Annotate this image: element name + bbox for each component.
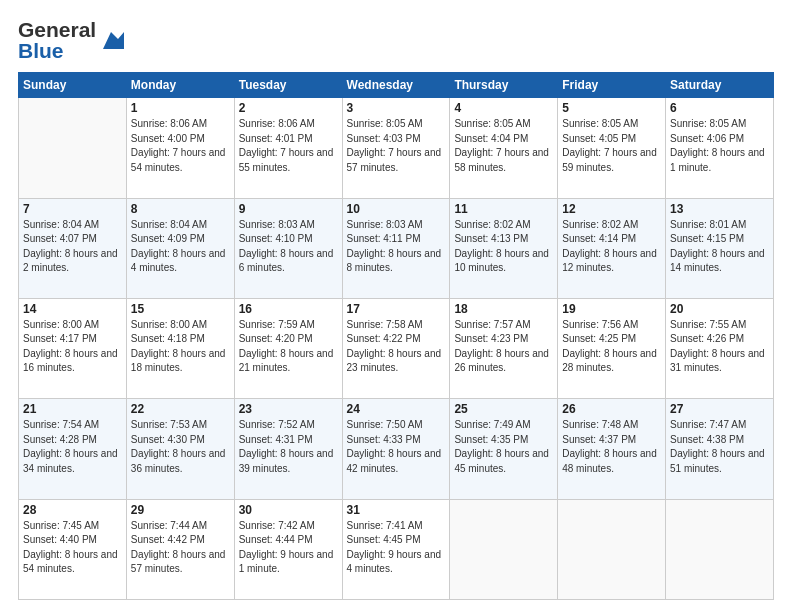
- sunset-text: Sunset: 4:40 PM: [23, 534, 97, 545]
- sunrise-text: Sunrise: 7:49 AM: [454, 419, 530, 430]
- week-row-1: 1Sunrise: 8:06 AMSunset: 4:00 PMDaylight…: [19, 98, 774, 198]
- sunset-text: Sunset: 4:15 PM: [670, 233, 744, 244]
- day-number: 10: [347, 202, 446, 216]
- daylight-line2: 54 minutes.: [131, 162, 183, 173]
- sunset-text: Sunset: 4:26 PM: [670, 333, 744, 344]
- day-number: 6: [670, 101, 769, 115]
- sunset-text: Sunset: 4:01 PM: [239, 133, 313, 144]
- sunrise-text: Sunrise: 8:05 AM: [347, 118, 423, 129]
- logo-general: General: [18, 18, 96, 41]
- day-number: 28: [23, 503, 122, 517]
- day-number: 15: [131, 302, 230, 316]
- daylight-line2: 57 minutes.: [347, 162, 399, 173]
- day-info: Sunrise: 7:50 AMSunset: 4:33 PMDaylight:…: [347, 418, 446, 476]
- day-number: 26: [562, 402, 661, 416]
- day-number: 11: [454, 202, 553, 216]
- day-info: Sunrise: 7:56 AMSunset: 4:25 PMDaylight:…: [562, 318, 661, 376]
- day-number: 12: [562, 202, 661, 216]
- daylight-line2: 14 minutes.: [670, 262, 722, 273]
- daylight-line2: 34 minutes.: [23, 463, 75, 474]
- daylight-line1: Daylight: 8 hours and: [454, 248, 549, 259]
- sunset-text: Sunset: 4:05 PM: [562, 133, 636, 144]
- weekday-header-thursday: Thursday: [450, 73, 558, 98]
- sunrise-text: Sunrise: 7:47 AM: [670, 419, 746, 430]
- weekday-header-friday: Friday: [558, 73, 666, 98]
- day-info: Sunrise: 7:55 AMSunset: 4:26 PMDaylight:…: [670, 318, 769, 376]
- daylight-line1: Daylight: 8 hours and: [670, 248, 765, 259]
- day-info: Sunrise: 7:45 AMSunset: 4:40 PMDaylight:…: [23, 519, 122, 577]
- daylight-line1: Daylight: 8 hours and: [454, 348, 549, 359]
- daylight-line1: Daylight: 8 hours and: [454, 448, 549, 459]
- sunrise-text: Sunrise: 7:48 AM: [562, 419, 638, 430]
- calendar-cell: 26Sunrise: 7:48 AMSunset: 4:37 PMDayligh…: [558, 399, 666, 499]
- daylight-line2: 57 minutes.: [131, 563, 183, 574]
- calendar-cell: 1Sunrise: 8:06 AMSunset: 4:00 PMDaylight…: [126, 98, 234, 198]
- sunrise-text: Sunrise: 7:56 AM: [562, 319, 638, 330]
- sunset-text: Sunset: 4:35 PM: [454, 434, 528, 445]
- calendar-cell: 8Sunrise: 8:04 AMSunset: 4:09 PMDaylight…: [126, 198, 234, 298]
- sunrise-text: Sunrise: 7:54 AM: [23, 419, 99, 430]
- sunset-text: Sunset: 4:42 PM: [131, 534, 205, 545]
- calendar-cell: 10Sunrise: 8:03 AMSunset: 4:11 PMDayligh…: [342, 198, 450, 298]
- daylight-line2: 59 minutes.: [562, 162, 614, 173]
- daylight-line2: 10 minutes.: [454, 262, 506, 273]
- sunrise-text: Sunrise: 8:03 AM: [239, 219, 315, 230]
- calendar-cell: 15Sunrise: 8:00 AMSunset: 4:18 PMDayligh…: [126, 298, 234, 398]
- daylight-line1: Daylight: 9 hours and: [239, 549, 334, 560]
- day-info: Sunrise: 7:53 AMSunset: 4:30 PMDaylight:…: [131, 418, 230, 476]
- day-info: Sunrise: 7:41 AMSunset: 4:45 PMDaylight:…: [347, 519, 446, 577]
- weekday-header-wednesday: Wednesday: [342, 73, 450, 98]
- sunrise-text: Sunrise: 7:45 AM: [23, 520, 99, 531]
- daylight-line1: Daylight: 7 hours and: [562, 147, 657, 158]
- day-number: 5: [562, 101, 661, 115]
- calendar-cell: [450, 499, 558, 599]
- weekday-header-saturday: Saturday: [666, 73, 774, 98]
- daylight-line2: 51 minutes.: [670, 463, 722, 474]
- calendar-cell: 30Sunrise: 7:42 AMSunset: 4:44 PMDayligh…: [234, 499, 342, 599]
- day-info: Sunrise: 7:42 AMSunset: 4:44 PMDaylight:…: [239, 519, 338, 577]
- day-number: 25: [454, 402, 553, 416]
- sunset-text: Sunset: 4:31 PM: [239, 434, 313, 445]
- day-info: Sunrise: 8:03 AMSunset: 4:11 PMDaylight:…: [347, 218, 446, 276]
- calendar-cell: 4Sunrise: 8:05 AMSunset: 4:04 PMDaylight…: [450, 98, 558, 198]
- day-info: Sunrise: 7:48 AMSunset: 4:37 PMDaylight:…: [562, 418, 661, 476]
- day-info: Sunrise: 7:54 AMSunset: 4:28 PMDaylight:…: [23, 418, 122, 476]
- daylight-line1: Daylight: 8 hours and: [23, 549, 118, 560]
- calendar-cell: 23Sunrise: 7:52 AMSunset: 4:31 PMDayligh…: [234, 399, 342, 499]
- calendar-cell: 29Sunrise: 7:44 AMSunset: 4:42 PMDayligh…: [126, 499, 234, 599]
- day-number: 29: [131, 503, 230, 517]
- day-number: 21: [23, 402, 122, 416]
- sunrise-text: Sunrise: 8:02 AM: [562, 219, 638, 230]
- calendar-cell: 6Sunrise: 8:05 AMSunset: 4:06 PMDaylight…: [666, 98, 774, 198]
- daylight-line2: 58 minutes.: [454, 162, 506, 173]
- sunrise-text: Sunrise: 8:00 AM: [23, 319, 99, 330]
- daylight-line1: Daylight: 8 hours and: [347, 248, 442, 259]
- day-info: Sunrise: 8:01 AMSunset: 4:15 PMDaylight:…: [670, 218, 769, 276]
- sunrise-text: Sunrise: 7:59 AM: [239, 319, 315, 330]
- sunrise-text: Sunrise: 8:05 AM: [454, 118, 530, 129]
- calendar-cell: 7Sunrise: 8:04 AMSunset: 4:07 PMDaylight…: [19, 198, 127, 298]
- day-number: 30: [239, 503, 338, 517]
- daylight-line1: Daylight: 8 hours and: [131, 348, 226, 359]
- daylight-line1: Daylight: 8 hours and: [239, 348, 334, 359]
- daylight-line1: Daylight: 8 hours and: [239, 448, 334, 459]
- daylight-line2: 28 minutes.: [562, 362, 614, 373]
- calendar-cell: 28Sunrise: 7:45 AMSunset: 4:40 PMDayligh…: [19, 499, 127, 599]
- daylight-line1: Daylight: 8 hours and: [239, 248, 334, 259]
- calendar-cell: 24Sunrise: 7:50 AMSunset: 4:33 PMDayligh…: [342, 399, 450, 499]
- week-row-2: 7Sunrise: 8:04 AMSunset: 4:07 PMDaylight…: [19, 198, 774, 298]
- day-info: Sunrise: 7:47 AMSunset: 4:38 PMDaylight:…: [670, 418, 769, 476]
- day-info: Sunrise: 8:02 AMSunset: 4:13 PMDaylight:…: [454, 218, 553, 276]
- day-info: Sunrise: 8:06 AMSunset: 4:01 PMDaylight:…: [239, 117, 338, 175]
- sunrise-text: Sunrise: 8:04 AM: [131, 219, 207, 230]
- calendar-cell: [558, 499, 666, 599]
- daylight-line2: 36 minutes.: [131, 463, 183, 474]
- daylight-line2: 4 minutes.: [347, 563, 393, 574]
- sunrise-text: Sunrise: 8:02 AM: [454, 219, 530, 230]
- day-number: 3: [347, 101, 446, 115]
- calendar-cell: 12Sunrise: 8:02 AMSunset: 4:14 PMDayligh…: [558, 198, 666, 298]
- day-info: Sunrise: 8:03 AMSunset: 4:10 PMDaylight:…: [239, 218, 338, 276]
- sunrise-text: Sunrise: 7:52 AM: [239, 419, 315, 430]
- sunrise-text: Sunrise: 8:05 AM: [670, 118, 746, 129]
- day-info: Sunrise: 7:59 AMSunset: 4:20 PMDaylight:…: [239, 318, 338, 376]
